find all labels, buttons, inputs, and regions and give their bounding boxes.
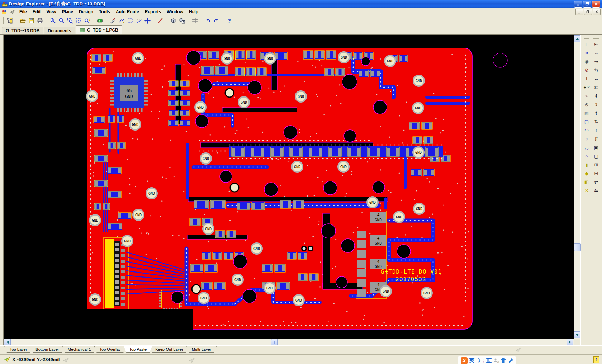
arrange-in-rectangle-button[interactable]: ▢ xyxy=(592,152,601,160)
distribute-vertical-button[interactable]: ⇅ xyxy=(592,118,601,126)
swap-pins-button[interactable]: ⇋ xyxy=(592,186,601,194)
align-right-button[interactable]: ⇥ xyxy=(592,57,601,65)
cutter-button[interactable] xyxy=(109,16,117,25)
document-tab-g-tdd-1-pcb[interactable]: G_TDD-~1.PCB xyxy=(76,25,122,34)
zoom-window-button[interactable] xyxy=(66,16,74,25)
library-3d-button[interactable] xyxy=(169,16,177,25)
layer-tab-top-paste[interactable]: Top Paste xyxy=(124,346,152,353)
select-area-button[interactable] xyxy=(126,16,134,25)
zoom-point-button[interactable] xyxy=(83,16,91,25)
align-left-button[interactable]: ⇤ xyxy=(592,40,601,48)
full-circle-button[interactable]: ○ xyxy=(583,152,591,160)
fill-button[interactable]: ▨ xyxy=(583,109,591,117)
zoom-out-button[interactable] xyxy=(57,16,66,25)
arc-center-button[interactable]: ◔ xyxy=(583,135,591,143)
help-tray-icon[interactable]: ? xyxy=(593,356,599,363)
layer-tab-mechanical-1[interactable]: Mechanical 1 xyxy=(62,346,96,353)
ime-language-toggle[interactable]: 英 xyxy=(469,357,474,364)
wire-button[interactable] xyxy=(117,16,126,25)
scroll-left-button[interactable] xyxy=(4,339,11,345)
ime-settings-wrench-icon[interactable] xyxy=(508,358,513,363)
scroll-down-button[interactable] xyxy=(574,331,580,338)
scroll-up-button[interactable] xyxy=(574,35,580,42)
rectangle-button[interactable]: ▮ xyxy=(583,161,591,169)
horizontal-scrollbar[interactable] xyxy=(4,339,574,345)
via-button[interactable]: ◉ xyxy=(583,57,591,65)
multi-trace-button[interactable]: ≈ xyxy=(583,49,591,57)
menu-design[interactable]: Design xyxy=(76,9,96,15)
move-to-grid-button[interactable]: ⊞ xyxy=(592,161,601,169)
split-plane-button[interactable]: ◧ xyxy=(583,178,591,186)
space-vertical-button[interactable]: ↕ xyxy=(592,126,601,134)
ime-moon-icon[interactable]: ☽ xyxy=(476,358,481,363)
horizontal-scroll-thumb[interactable] xyxy=(271,339,278,346)
move-selection-button[interactable] xyxy=(134,16,143,25)
document-tab-documents[interactable]: Documents xyxy=(44,27,75,34)
pcb-canvas[interactable]: 65GND4GND4GND4GND4GNDGNDGNDGNDGNDGNDGNDG… xyxy=(4,35,574,339)
horizontal-scroll-track[interactable] xyxy=(11,339,566,345)
ime-user-icon[interactable]: 25 xyxy=(494,358,499,363)
open-button[interactable] xyxy=(18,16,27,25)
zoom-in-button[interactable] xyxy=(48,16,57,25)
align-top-button[interactable]: ⇞ xyxy=(592,92,601,100)
mdi-minimize-button[interactable] xyxy=(575,9,583,15)
panel-grip[interactable] xyxy=(584,37,589,39)
keepout-button[interactable]: ⊗ xyxy=(583,100,591,108)
back-arrow-icon[interactable] xyxy=(9,9,15,15)
shrink-horizontal-button[interactable]: ⇇ xyxy=(592,83,601,91)
space-horizontal-button[interactable]: ↔ xyxy=(592,75,601,82)
paste-array-button[interactable]: ⁙ xyxy=(583,186,591,194)
crosshair-button[interactable] xyxy=(143,16,152,25)
explorer-toggle-button[interactable] xyxy=(5,16,14,25)
interactive-route-button[interactable]: Γ xyxy=(583,40,591,48)
arc-edge-button[interactable]: ◠ xyxy=(583,126,591,134)
close-button[interactable] xyxy=(592,1,600,8)
arrange-components-button[interactable]: ▣ xyxy=(592,143,601,151)
toolbar-grip[interactable] xyxy=(2,17,4,24)
layer-tab-top-layer[interactable]: Top Layer xyxy=(4,346,32,353)
arc-any-angle-button[interactable]: ◡ xyxy=(583,143,591,151)
mdi-restore-button[interactable] xyxy=(584,9,592,15)
menu-window[interactable]: Window xyxy=(164,9,186,15)
browse-component-button[interactable] xyxy=(96,16,104,25)
print-button[interactable] xyxy=(35,16,44,25)
sogou-logo-icon[interactable]: S xyxy=(461,357,468,364)
interactive-route-button[interactable] xyxy=(156,16,165,25)
library-browse-button[interactable] xyxy=(177,16,186,25)
menu-auto-route[interactable]: Auto Route xyxy=(113,9,142,15)
save-button[interactable] xyxy=(27,16,35,25)
layer-tab-multi-layer[interactable]: Multi-Layer xyxy=(186,346,217,353)
polygon-plane-button[interactable]: ◆ xyxy=(583,169,591,177)
mdi-close-button[interactable] xyxy=(593,9,601,15)
coordinate-button[interactable]: +¹⁰ xyxy=(583,83,591,91)
vertical-scroll-track[interactable] xyxy=(574,42,580,331)
ime-skin-icon[interactable] xyxy=(501,358,506,363)
scroll-right-button[interactable] xyxy=(567,339,573,345)
string-text-button[interactable]: T xyxy=(583,75,591,82)
center-horizontal-button[interactable]: ⇔ xyxy=(592,49,601,57)
menu-reports[interactable]: Reports xyxy=(142,9,164,15)
grid-toggle-button[interactable] xyxy=(190,16,199,25)
layer-tab-keep-out-layer[interactable]: Keep-Out Layer xyxy=(150,346,189,353)
pad-button[interactable]: ⊙ xyxy=(583,66,591,74)
vertical-scrollbar[interactable] xyxy=(574,35,580,339)
menu-file[interactable]: File xyxy=(16,9,30,15)
menu-edit[interactable]: Edit xyxy=(30,9,44,15)
panel-grip[interactable] xyxy=(593,37,599,39)
ime-punctuation-toggle[interactable]: ’, xyxy=(482,358,484,363)
menu-place[interactable]: Place xyxy=(59,9,76,15)
center-vertical-button[interactable]: ⇕ xyxy=(592,100,601,108)
component-button[interactable]: ▢ xyxy=(583,118,591,126)
menu-tools[interactable]: Tools xyxy=(96,9,113,15)
align-bottom-button[interactable]: ⇟ xyxy=(592,109,601,117)
shrink-vertical-button[interactable]: ⇵ xyxy=(592,135,601,143)
ime-keyboard-icon[interactable] xyxy=(486,358,492,363)
layer-tab-bottom-layer[interactable]: Bottom Layer xyxy=(30,346,64,353)
swap-components-button[interactable]: ⇄ xyxy=(592,178,601,186)
arrange-room-button[interactable]: ⊟ xyxy=(592,169,601,177)
ime-toolbar[interactable]: S 英 ☽ ’, 25 xyxy=(458,356,516,364)
undo-button[interactable] xyxy=(203,16,212,25)
vertical-scroll-thumb[interactable] xyxy=(574,243,581,251)
distribute-horizontal-button[interactable]: ⇆ xyxy=(592,66,601,74)
redo-button[interactable] xyxy=(212,16,221,25)
